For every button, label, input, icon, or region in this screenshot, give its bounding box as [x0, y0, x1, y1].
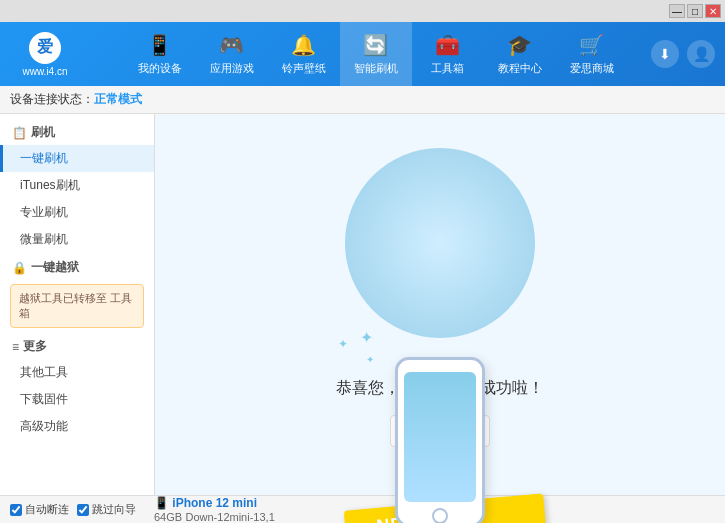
more-section-icon: ≡ [12, 340, 19, 354]
phone-home-button [432, 508, 448, 524]
skip-wizard-input[interactable] [77, 504, 89, 516]
sidebar-item-advanced[interactable]: 高级功能 [0, 413, 154, 440]
nav-ringtones[interactable]: 🔔 铃声壁纸 [268, 22, 340, 86]
status-mode: 正常模式 [94, 91, 142, 108]
ringtones-icon: 🔔 [291, 33, 316, 57]
nav-apps-label: 应用游戏 [210, 61, 254, 76]
nav-ringtones-label: 铃声壁纸 [282, 61, 326, 76]
title-bar: — □ ✕ [0, 0, 725, 22]
my-device-icon: 📱 [147, 33, 172, 57]
sparkle-2: ✦ [366, 354, 374, 365]
user-button[interactable]: 👤 [687, 40, 715, 68]
sidebar-item-itunes[interactable]: iTunes刷机 [0, 172, 154, 199]
lock-icon: 🔒 [12, 261, 27, 275]
sparkle-1: ✦ [360, 329, 373, 346]
device-info: 📱 iPhone 12 mini 64GB Down-12mini-13,1 [154, 496, 275, 524]
close-button[interactable]: ✕ [705, 4, 721, 18]
sidebar-item-download-firmware[interactable]: 下载固件 [0, 386, 154, 413]
phone-screen [404, 372, 476, 502]
nav-apps[interactable]: 🎮 应用游戏 [196, 22, 268, 86]
header: 爱 www.i4.cn 📱 我的设备 🎮 应用游戏 🔔 铃声壁纸 🔄 智能刷机 … [0, 22, 725, 86]
sparkle-3: ✦ [338, 337, 348, 351]
flash-section-label: 刷机 [31, 124, 55, 141]
status-prefix: 设备连接状态： [10, 91, 94, 108]
tutorial-icon: 🎓 [507, 33, 532, 57]
nav-bar: 📱 我的设备 🎮 应用游戏 🔔 铃声壁纸 🔄 智能刷机 🧰 工具箱 🎓 教程中心… [100, 22, 651, 86]
header-right: ⬇ 👤 [651, 40, 715, 68]
device-name: iPhone 12 mini [172, 496, 257, 510]
circle-background [345, 148, 535, 338]
phone-body [395, 357, 485, 524]
sidebar-item-one-click[interactable]: 一键刷机 [0, 145, 154, 172]
logo-icon: 爱 [29, 32, 61, 64]
auto-disconnect-checkbox[interactable]: 自动断连 [10, 502, 69, 517]
auto-disconnect-label: 自动断连 [25, 502, 69, 517]
skip-wizard-label: 跳过向导 [92, 502, 136, 517]
device-model: Down-12mini-13,1 [185, 511, 274, 523]
more-section-label: 更多 [23, 338, 47, 355]
sidebar-section-flash: 📋 刷机 [0, 118, 154, 145]
phone-small-icon: 📱 [154, 496, 169, 510]
main-container: 📋 刷机 一键刷机 iTunes刷机 专业刷机 微量刷机 🔒 一键越狱 越狱工具… [0, 114, 725, 495]
sidebar-section-more: ≡ 更多 [0, 332, 154, 359]
nav-smart-flash-label: 智能刷机 [354, 61, 398, 76]
nav-toolbox-label: 工具箱 [431, 61, 464, 76]
nav-shop-label: 爱思商城 [570, 61, 614, 76]
skip-wizard-checkbox[interactable]: 跳过向导 [77, 502, 136, 517]
toolbox-icon: 🧰 [435, 33, 460, 57]
nav-tutorial-label: 教程中心 [498, 61, 542, 76]
shop-icon: 🛒 [579, 33, 604, 57]
phone-illustration: ✦ ✦ ✦ NEW [340, 138, 540, 358]
sidebar-item-other-tools[interactable]: 其他工具 [0, 359, 154, 386]
nav-shop[interactable]: 🛒 爱思商城 [556, 22, 628, 86]
apps-icon: 🎮 [219, 33, 244, 57]
jailbreak-section-label: 一键越狱 [31, 259, 79, 276]
status-bar: 设备连接状态： 正常模式 [0, 86, 725, 114]
auto-disconnect-input[interactable] [10, 504, 22, 516]
maximize-button[interactable]: □ [687, 4, 703, 18]
logo-area: 爱 www.i4.cn [10, 32, 80, 77]
nav-my-device-label: 我的设备 [138, 61, 182, 76]
minimize-button[interactable]: — [669, 4, 685, 18]
download-button[interactable]: ⬇ [651, 40, 679, 68]
device-storage: 64GB [154, 511, 182, 523]
nav-my-device[interactable]: 📱 我的设备 [124, 22, 196, 86]
sidebar-item-pro[interactable]: 专业刷机 [0, 199, 154, 226]
flash-section-icon: 📋 [12, 126, 27, 140]
logo-subtext: www.i4.cn [22, 66, 67, 77]
sidebar-section-jailbreak: 🔒 一键越狱 [0, 253, 154, 280]
nav-toolbox[interactable]: 🧰 工具箱 [412, 22, 484, 86]
content-area: ✦ ✦ ✦ NEW 恭喜您，保资料刷机成功啦！ 确定 查看日志 [155, 114, 725, 495]
jailbreak-warning: 越狱工具已转移至 工具箱 [10, 284, 144, 328]
sidebar-item-micro[interactable]: 微量刷机 [0, 226, 154, 253]
smart-flash-icon: 🔄 [363, 33, 388, 57]
nav-smart-flash[interactable]: 🔄 智能刷机 [340, 22, 412, 86]
nav-tutorial[interactable]: 🎓 教程中心 [484, 22, 556, 86]
sidebar: 📋 刷机 一键刷机 iTunes刷机 专业刷机 微量刷机 🔒 一键越狱 越狱工具… [0, 114, 155, 495]
